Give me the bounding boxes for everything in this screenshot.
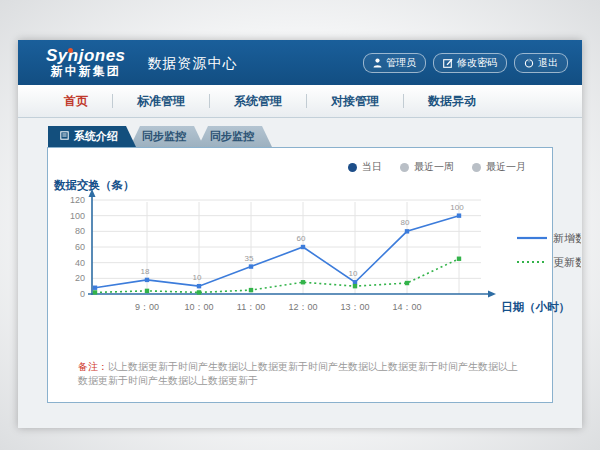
- x-tick-label: 11：00: [237, 302, 265, 312]
- change-password-button[interactable]: 修改密码: [433, 53, 507, 73]
- time-filter-group: 当日 最近一周 最近一月: [48, 148, 552, 174]
- radio-label: 最近一月: [486, 160, 526, 174]
- y-tick-label: 100: [70, 211, 85, 221]
- user-actions: 管理员 修改密码 退出: [363, 53, 568, 73]
- series-更新数据: [95, 259, 459, 293]
- desktop-background: Synjones 新中新集团 数据资源中心 管理员 修改密码 退出: [0, 0, 600, 450]
- data-point-label: 10: [193, 273, 202, 282]
- logo-text-cn: 新中新集团: [46, 65, 126, 78]
- document-icon: [60, 126, 69, 147]
- user-button-label: 管理员: [386, 56, 416, 70]
- radio-today[interactable]: 当日: [348, 160, 382, 174]
- tab-bar: 系统介绍 同步监控 同步监控: [48, 126, 582, 147]
- logout-label: 退出: [538, 56, 558, 70]
- footnote-text: 以上数据更新于时间产生数据以上数据更新于时间产生数据以上数据更新于时间产生数据以…: [78, 361, 518, 386]
- data-point: [249, 288, 253, 292]
- tab-panel: 当日 最近一周 最近一月 0204060801001209：0010：0011：…: [47, 147, 553, 403]
- tab-label: 同步监控: [210, 126, 254, 147]
- legend-label: 更新数据: [553, 256, 581, 268]
- nav-item-system-mgmt[interactable]: 系统管理: [210, 85, 306, 117]
- logo: Synjones 新中新集团: [46, 47, 126, 77]
- data-point: [93, 290, 97, 294]
- data-point: [457, 257, 461, 261]
- main-nav: 首页 标准管理 系统管理 对接管理 数据异动: [18, 85, 582, 118]
- x-tick-label: 12：00: [288, 302, 317, 312]
- tab-label: 同步监控: [142, 126, 186, 147]
- data-point-label: 100: [450, 203, 464, 212]
- nav-item-home[interactable]: 首页: [40, 85, 112, 117]
- x-tick-label: 14：00: [392, 302, 421, 312]
- data-point-label: 60: [297, 234, 306, 243]
- tab-sync-monitor-1[interactable]: 同步监控: [130, 126, 204, 147]
- tab-sync-monitor-2[interactable]: 同步监控: [198, 126, 272, 147]
- data-point: [353, 280, 357, 284]
- radio-label: 当日: [362, 160, 382, 174]
- y-tick-label: 20: [75, 273, 85, 283]
- data-point-label: 80: [401, 218, 410, 227]
- legend-label: 新增数据: [553, 232, 581, 244]
- data-point: [405, 229, 409, 233]
- footnote-label: 备注：: [78, 361, 108, 372]
- y-tick-label: 120: [70, 195, 85, 205]
- data-point: [145, 278, 149, 282]
- data-point: [93, 286, 97, 290]
- change-password-label: 修改密码: [457, 56, 497, 70]
- app-header: Synjones 新中新集团 数据资源中心 管理员 修改密码 退出: [18, 40, 582, 85]
- radio-dot: [400, 163, 409, 172]
- x-tick-label: 13：00: [340, 302, 369, 312]
- y-tick-label: 40: [75, 258, 85, 268]
- data-point-label: 35: [245, 254, 254, 263]
- logout-button[interactable]: 退出: [514, 53, 568, 73]
- content-area: 系统介绍 同步监控 同步监控 当日 最近一周: [18, 118, 582, 428]
- data-point: [301, 245, 305, 249]
- radio-last-week[interactable]: 最近一周: [400, 160, 454, 174]
- y-tick-label: 80: [75, 226, 85, 236]
- data-point: [353, 284, 357, 288]
- radio-label: 最近一周: [414, 160, 454, 174]
- data-point: [197, 290, 201, 294]
- app-window: Synjones 新中新集团 数据资源中心 管理员 修改密码 退出: [18, 40, 582, 428]
- data-point: [405, 281, 409, 285]
- data-point: [301, 280, 305, 284]
- data-point: [197, 284, 201, 288]
- radio-dot: [472, 163, 481, 172]
- user-button[interactable]: 管理员: [363, 53, 426, 73]
- y-tick-label: 0: [80, 289, 85, 299]
- power-icon: [524, 58, 534, 68]
- data-point-label: 10: [349, 269, 358, 278]
- nav-item-standard-mgmt[interactable]: 标准管理: [113, 85, 209, 117]
- radio-last-month[interactable]: 最近一月: [472, 160, 526, 174]
- x-axis-arrow: [488, 291, 496, 298]
- y-tick-label: 60: [75, 242, 85, 252]
- data-point: [457, 213, 461, 217]
- page-title: 数据资源中心: [148, 53, 238, 73]
- data-point: [249, 264, 253, 268]
- data-point-label: 18: [141, 267, 150, 276]
- edit-icon: [443, 58, 453, 68]
- nav-item-data-change[interactable]: 数据异动: [404, 85, 500, 117]
- user-icon: [373, 58, 382, 68]
- line-chart: 0204060801001209：0010：0011：0012：0013：001…: [48, 176, 552, 348]
- tab-system-intro[interactable]: 系统介绍: [48, 126, 136, 147]
- x-axis-title: 日期（小时）: [501, 300, 570, 314]
- logo-text-en: Synjones: [46, 47, 126, 65]
- chart-svg: 0204060801001209：0010：0011：0012：0013：001…: [48, 176, 581, 344]
- nav-item-integration-mgmt[interactable]: 对接管理: [307, 85, 403, 117]
- tab-label: 系统介绍: [74, 126, 118, 147]
- x-tick-label: 10：00: [184, 302, 213, 312]
- radio-dot: [348, 163, 357, 172]
- footnote: 备注：以上数据更新于时间产生数据以上数据更新于时间产生数据以上数据更新于时间产生…: [48, 348, 552, 388]
- y-axis-title: 数据交换（条）: [53, 178, 135, 192]
- x-tick-label: 9：00: [135, 302, 159, 312]
- data-point: [145, 289, 149, 293]
